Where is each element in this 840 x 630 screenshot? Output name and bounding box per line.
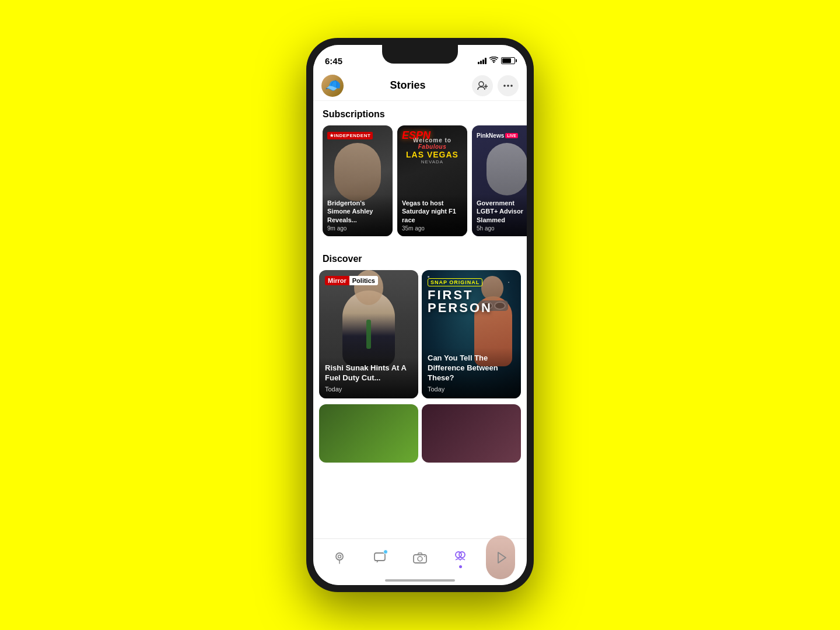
- more-options-button[interactable]: [498, 75, 519, 96]
- stories-icon[interactable]: [452, 547, 468, 564]
- tab-camera[interactable]: [412, 550, 428, 566]
- subscriptions-section: Subscriptions ★INDEPENDENT Bridgerton's …: [313, 101, 527, 246]
- politics-label: Politics: [349, 276, 378, 285]
- nav-title: Stories: [390, 79, 425, 92]
- discover-label: Discover: [313, 246, 527, 270]
- sub-badge-pinknews: PinkNews LIVE: [477, 130, 518, 141]
- sub-time-pinknews: 5h ago: [477, 225, 527, 232]
- sub-badge-independent: ★INDEPENDENT: [327, 130, 373, 141]
- subscriptions-scroll[interactable]: ★INDEPENDENT Bridgerton's Simone Ashley …: [313, 125, 527, 246]
- spotlight-icon[interactable]: [492, 550, 509, 566]
- tab-spotlight[interactable]: [492, 550, 509, 566]
- mirror-politics-badge: Mirror Politics: [325, 276, 378, 285]
- camera-icon[interactable]: [412, 550, 428, 566]
- svg-point-6: [510, 85, 513, 87]
- phone-screen: 6:45: [313, 45, 527, 585]
- svg-point-4: [503, 85, 506, 87]
- svg-point-14: [459, 552, 465, 558]
- tab-stories[interactable]: [452, 547, 468, 568]
- discover-time-first-person: Today: [428, 386, 515, 393]
- discover-grid: Mirror Politics Rishi Sunak Hints At A F…: [313, 270, 527, 404]
- svg-point-8: [338, 555, 341, 558]
- bottom-cards: [313, 404, 527, 468]
- svg-marker-15: [498, 552, 506, 563]
- nav-right-buttons: [472, 75, 519, 96]
- status-icons: [478, 57, 515, 65]
- sub-title-independent: Bridgerton's Simone Ashley Reveals...: [327, 199, 388, 224]
- svg-point-1: [479, 82, 484, 86]
- home-indicator: [385, 579, 455, 582]
- svg-point-12: [424, 556, 425, 557]
- battery-icon: [501, 57, 515, 64]
- sub-time-espn: 35m ago: [402, 225, 463, 232]
- sub-card-pinknews[interactable]: PinkNews LIVE Government LGBT+ Advisor S…: [472, 125, 527, 236]
- phone-frame: 6:45: [306, 38, 534, 592]
- bottom-card-1[interactable]: [319, 404, 418, 463]
- svg-point-11: [418, 556, 422, 561]
- svg-point-5: [507, 85, 509, 87]
- svg-point-7: [336, 553, 343, 560]
- svg-rect-9: [374, 553, 385, 561]
- snap-original-label: SNAP ORIGINAL: [428, 278, 482, 286]
- tab-map[interactable]: [331, 550, 348, 566]
- map-icon[interactable]: [331, 550, 348, 566]
- svg-point-0: [493, 61, 494, 62]
- chat-icon[interactable]: [372, 550, 388, 566]
- sub-title-espn: Vegas to host Saturday night F1 race: [402, 199, 463, 224]
- discover-section: Discover: [313, 246, 527, 468]
- add-friend-button[interactable]: [472, 75, 493, 96]
- bottom-card-2[interactable]: [422, 404, 521, 463]
- scroll-content[interactable]: Subscriptions ★INDEPENDENT Bridgerton's …: [313, 101, 527, 538]
- status-time: 6:45: [325, 56, 342, 66]
- discover-card-mirror[interactable]: Mirror Politics Rishi Sunak Hints At A F…: [319, 270, 418, 398]
- discover-card-first-person[interactable]: SNAP ORIGINAL FIRSTPERSON Can You Tell T…: [422, 270, 521, 398]
- tab-chat[interactable]: [372, 550, 388, 566]
- chat-notification-dot: [383, 550, 388, 554]
- first-person-show-title: FIRSTPERSON: [428, 289, 492, 314]
- sub-time-independent: 9m ago: [327, 225, 388, 232]
- signal-icon: [478, 58, 487, 64]
- sub-badge-espn: ESPN: [402, 130, 430, 141]
- subscriptions-label: Subscriptions: [313, 101, 527, 125]
- discover-time-mirror: Today: [325, 386, 412, 393]
- sub-title-pinknews: Government LGBT+ Advisor Slammed: [477, 199, 527, 224]
- wifi-icon: [489, 57, 498, 65]
- sub-card-independent[interactable]: ★INDEPENDENT Bridgerton's Simone Ashley …: [323, 125, 393, 236]
- discover-title-mirror: Rishi Sunak Hints At A Fuel Duty Cut...: [325, 363, 412, 383]
- mirror-label: Mirror: [325, 276, 349, 285]
- snap-original-badge: SNAP ORIGINAL FIRSTPERSON: [428, 276, 492, 314]
- discover-title-first-person: Can You Tell The Difference Between Thes…: [428, 354, 515, 383]
- notch: [382, 45, 458, 64]
- sub-card-espn[interactable]: Welcome to Fabulous LAS VEGAS NEVADA ESP…: [397, 125, 467, 236]
- avatar[interactable]: 🧢: [321, 75, 344, 97]
- battery-fill: [502, 58, 511, 63]
- stories-active-dot: [459, 565, 462, 568]
- top-nav: 🧢 Stories: [313, 71, 527, 101]
